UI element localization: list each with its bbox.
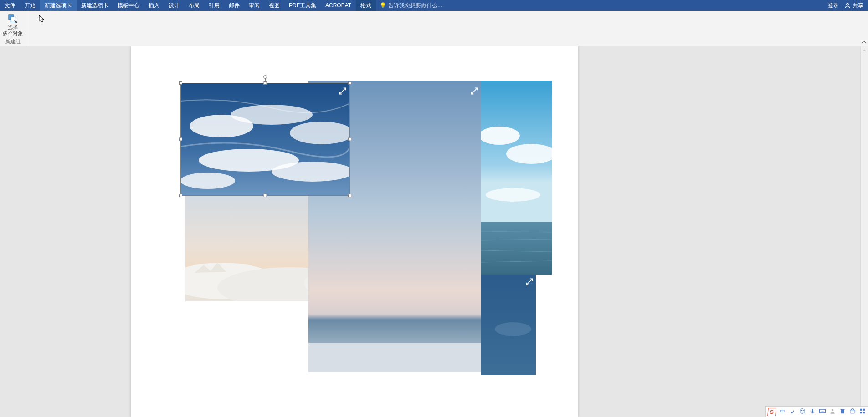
tell-me-search[interactable]: 💡 告诉我您想要做什么... — [376, 0, 446, 11]
inserted-image-blue-sky-selected[interactable] — [180, 83, 350, 196]
sogou-logo-icon[interactable]: S — [767, 408, 776, 416]
chevron-up-icon — [862, 40, 866, 44]
tab-file[interactable]: 文件 — [0, 0, 20, 11]
ime-toolbox-icon[interactable] — [849, 408, 856, 416]
layout-options-button[interactable] — [470, 86, 479, 96]
tab-newtab1[interactable]: 新建选项卡 — [40, 0, 77, 11]
document-area[interactable] — [0, 46, 868, 417]
ribbon-tab-strip: 文件 开始 新建选项卡 新建选项卡 模板中心 插入 设计 布局 引用 邮件 审阅… — [0, 0, 868, 11]
svg-rect-40 — [850, 410, 855, 413]
tab-format[interactable]: 格式 — [356, 0, 376, 11]
tab-mailings[interactable]: 邮件 — [224, 0, 244, 11]
ime-lang-indicator[interactable]: 中 — [779, 408, 786, 416]
lightbulb-icon: 💡 — [380, 2, 386, 9]
svg-point-27 — [180, 173, 235, 189]
svg-point-31 — [803, 410, 803, 411]
tab-view[interactable]: 视图 — [264, 0, 284, 11]
inserted-image-night-sky[interactable] — [481, 275, 536, 375]
expand-icon — [338, 86, 347, 96]
svg-rect-33 — [819, 409, 825, 413]
vertical-scrollbar[interactable] — [860, 46, 868, 417]
ime-punct-icon[interactable] — [789, 408, 796, 416]
ime-smiley-icon[interactable] — [799, 408, 806, 416]
chevron-up-icon — [863, 49, 866, 52]
scroll-up-button[interactable] — [861, 46, 868, 54]
svg-point-28 — [791, 412, 792, 413]
ribbon-group-label: 新建组 — [5, 38, 21, 45]
svg-rect-41 — [860, 409, 862, 411]
tab-design[interactable]: 设计 — [164, 0, 184, 11]
svg-point-20 — [495, 322, 531, 336]
expand-icon — [470, 86, 479, 96]
svg-rect-44 — [863, 412, 865, 413]
ime-keyboard-icon[interactable] — [819, 408, 826, 416]
collapse-ribbon-button[interactable] — [860, 11, 868, 46]
share-button[interactable]: 共享 — [844, 2, 863, 10]
svg-point-26 — [272, 162, 350, 182]
select-multiple-objects-button[interactable]: 选择 多个对象 — [3, 12, 23, 36]
svg-rect-14 — [481, 222, 552, 275]
svg-rect-8 — [308, 336, 482, 338]
tab-references[interactable]: 引用 — [204, 0, 224, 11]
tab-review[interactable]: 审阅 — [244, 0, 264, 11]
tell-me-placeholder: 告诉我您想要做什么... — [388, 2, 442, 10]
svg-rect-42 — [863, 409, 865, 411]
svg-point-29 — [800, 409, 805, 414]
tab-insert[interactable]: 插入 — [144, 0, 164, 11]
svg-point-30 — [801, 410, 802, 411]
rotate-handle[interactable] — [263, 75, 267, 79]
layout-options-button[interactable] — [525, 277, 534, 286]
svg-point-13 — [486, 188, 540, 202]
ime-mic-icon[interactable] — [809, 408, 816, 416]
ime-person-icon[interactable] — [829, 408, 836, 416]
svg-rect-9 — [308, 343, 482, 372]
tab-templates[interactable]: 模板中心 — [113, 0, 144, 11]
svg-point-39 — [832, 409, 834, 411]
login-link[interactable]: 登录 — [828, 2, 839, 10]
ime-skin-icon[interactable] — [839, 408, 846, 416]
tab-layout[interactable]: 布局 — [184, 0, 204, 11]
ime-toolbar[interactable]: S 中 — [765, 406, 868, 417]
tab-pdf[interactable]: PDF工具集 — [284, 0, 321, 11]
svg-rect-32 — [812, 409, 813, 412]
ribbon-content: 选择 多个对象 新建组 — [0, 11, 868, 46]
tab-acrobat[interactable]: ACROBAT — [321, 0, 356, 11]
ime-grid-icon[interactable] — [859, 408, 866, 416]
ribbon-group-newgroup: 选择 多个对象 新建组 — [0, 11, 26, 46]
person-icon — [844, 2, 851, 9]
svg-rect-43 — [860, 412, 862, 413]
document-page[interactable] — [131, 46, 578, 417]
tab-newtab2[interactable]: 新建选项卡 — [77, 0, 113, 11]
expand-icon — [525, 277, 534, 286]
tab-home[interactable]: 开始 — [20, 0, 40, 11]
svg-point-0 — [847, 3, 849, 5]
layout-options-button[interactable] — [338, 86, 347, 96]
select-objects-icon — [8, 14, 18, 24]
inserted-image-ocean[interactable] — [481, 81, 552, 275]
